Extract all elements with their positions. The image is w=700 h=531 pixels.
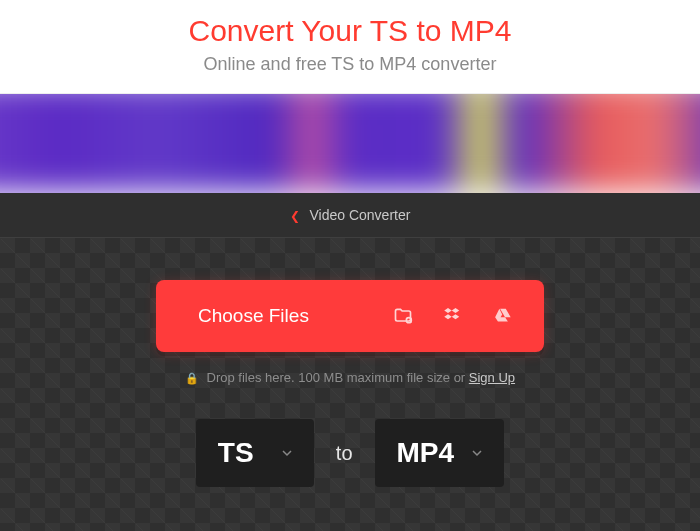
drop-hint-text: Drop files here. 100 MB maximum file siz… [207,370,469,385]
format-row: TS to MP4 [0,419,700,487]
page-subtitle: Online and free TS to MP4 converter [0,54,700,75]
page-header: Convert Your TS to MP4 Online and free T… [0,0,700,94]
lock-icon: 🔒 [185,372,199,384]
choose-files-button[interactable]: Choose Files [156,280,544,352]
upload-source-icons [392,305,544,327]
chevron-down-icon [282,448,292,458]
chevron-left-icon: ❮ [290,209,300,223]
signup-link[interactable]: Sign Up [469,370,515,385]
page-title: Convert Your TS to MP4 [0,14,700,48]
target-format-label: MP4 [397,437,455,469]
chevron-down-icon [472,448,482,458]
breadcrumb[interactable]: ❮ Video Converter [0,193,700,238]
dropbox-icon[interactable] [442,305,464,327]
source-format-label: TS [218,437,254,469]
choose-files-label: Choose Files [156,305,392,327]
folder-search-icon[interactable] [392,305,414,327]
target-format-select[interactable]: MP4 [375,419,505,487]
ad-banner [0,94,700,193]
breadcrumb-label: Video Converter [309,207,410,223]
format-separator: to [336,442,353,465]
google-drive-icon[interactable] [492,305,514,327]
converter-panel: ❮ Video Converter Choose Files [0,193,700,531]
drop-hint: 🔒 Drop files here. 100 MB maximum file s… [0,370,700,385]
source-format-select[interactable]: TS [196,419,314,487]
ad-banner-blur [0,94,700,192]
